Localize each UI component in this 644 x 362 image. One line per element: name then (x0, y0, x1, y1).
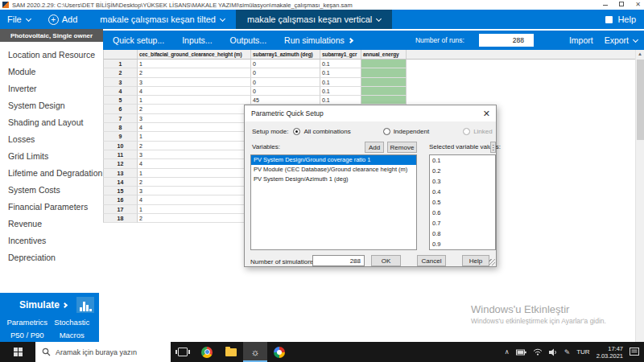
remove-variable-button[interactable]: Remove (387, 142, 417, 153)
help-button[interactable]: Help (462, 255, 489, 266)
table-cell[interactable]: 17 (103, 205, 138, 214)
photos-taskbar-button[interactable] (267, 342, 291, 362)
dialog-title-bar[interactable]: Parametric Quick Setup ✕ (245, 105, 496, 121)
variable-list-item[interactable]: PV System Design/Azimuth 1 (deg) (251, 175, 416, 184)
sidebar-item-system-costs[interactable]: System Costs (0, 182, 103, 199)
sidebar-item-incentives[interactable]: Incentives (0, 232, 103, 249)
table-cell[interactable]: 1 (138, 96, 251, 105)
table-cell[interactable]: 0.1 (320, 68, 361, 77)
minimize-icon[interactable] (603, 0, 608, 10)
table-cell[interactable]: 6 (103, 105, 138, 113)
add-case-button[interactable]: + Add (48, 14, 78, 25)
selected-values-list[interactable]: 0.10.20.30.40.50.60.70.80.9 (429, 154, 496, 250)
table-cell[interactable] (361, 60, 407, 68)
inputs-button[interactable]: Inputs... (182, 35, 212, 45)
table-cell[interactable]: 4 (103, 87, 138, 96)
table-cell[interactable]: 10 (103, 142, 138, 150)
taskbar-search-input[interactable]: Aramak için buraya yazın (35, 342, 171, 362)
sidebar-item-location-and-resource[interactable]: Location and Resource (0, 47, 103, 64)
table-cell[interactable]: 2 (138, 68, 251, 77)
close-icon[interactable]: ✕ (635, 0, 641, 10)
cancel-button[interactable]: Cancel (417, 255, 446, 266)
table-cell[interactable]: 7 (103, 114, 138, 123)
case-tab-tilted[interactable]: makale çalışması keşan tilted (89, 10, 236, 29)
sidebar-item-grid-limits[interactable]: Grid Limits (0, 148, 103, 165)
case-tab-vertical[interactable]: makale çalışması keşan vertical (236, 10, 392, 29)
number-of-simulations-input[interactable]: 288 (312, 255, 365, 266)
value-list-item[interactable]: 0.7 (430, 218, 495, 228)
edit-values-button[interactable]: ⋮ (490, 142, 496, 153)
sidebar-item-financial-parameters[interactable]: Financial Parameters (0, 199, 103, 216)
table-cell[interactable]: 11 (103, 150, 138, 159)
table-cell[interactable]: 3 (138, 187, 251, 195)
sam-taskbar-button[interactable]: ☼ (243, 342, 267, 362)
table-cell[interactable]: 0.1 (320, 60, 361, 68)
table-cell[interactable]: 14 (103, 178, 138, 187)
clock[interactable]: 17:47 2.03.2021 (597, 345, 623, 360)
table-cell[interactable]: 4 (138, 123, 251, 132)
task-view-button[interactable] (171, 342, 195, 362)
table-cell[interactable]: 3 (138, 114, 251, 123)
table-cell[interactable]: 5 (103, 96, 138, 105)
outputs-button[interactable]: Outputs... (230, 35, 267, 45)
table-cell[interactable]: 2 (103, 68, 138, 77)
table-cell[interactable]: 0 (251, 78, 320, 87)
table-cell[interactable]: 2 (138, 105, 251, 113)
number-of-runs-input[interactable]: 288 (479, 34, 534, 47)
export-button[interactable]: Export (605, 35, 638, 45)
sidebar-item-lifetime-and-degradation[interactable]: Lifetime and Degradation (0, 165, 103, 182)
table-cell[interactable]: 16 (103, 195, 138, 204)
add-variable-button[interactable]: Add (365, 142, 384, 153)
table-cell[interactable]: 4 (138, 87, 251, 96)
battery-icon[interactable] (516, 349, 526, 356)
column-header[interactable]: subarray1_azimuth (deg) (251, 50, 320, 60)
table-cell[interactable]: 4 (138, 195, 251, 204)
table-cell[interactable] (361, 78, 407, 87)
table-cell[interactable] (361, 96, 407, 105)
table-cell[interactable]: 1 (103, 60, 138, 68)
action-center-icon[interactable] (630, 348, 639, 356)
table-cell[interactable]: 13 (103, 169, 138, 178)
table-cell[interactable]: 0.1 (320, 78, 361, 87)
volume-icon[interactable] (549, 348, 558, 356)
sidebar-item-revenue[interactable]: Revenue (0, 216, 103, 232)
file-explorer-button[interactable] (219, 342, 243, 362)
resize-grip[interactable] (489, 259, 495, 265)
help-menu[interactable]: Help (605, 14, 636, 24)
sidebar-item-inverter[interactable]: Inverter (0, 80, 103, 97)
table-cell[interactable]: 0.1 (320, 87, 361, 96)
variable-list-item[interactable]: PV Module (CEC Database)/Ground clearanc… (251, 165, 416, 175)
value-list-item[interactable]: 0.9 (430, 239, 495, 249)
radio-independent[interactable] (383, 128, 390, 135)
value-list-item[interactable]: 0.1 (430, 155, 495, 166)
run-simulations-button[interactable]: Run simulations (284, 35, 353, 45)
pen-icon[interactable]: ✎ (564, 348, 571, 356)
radio-all-combinations[interactable] (293, 128, 300, 135)
language-indicator[interactable]: TUR (576, 348, 589, 356)
start-button[interactable] (0, 342, 35, 362)
table-cell[interactable]: 0.1 (320, 96, 361, 105)
table-cell[interactable]: 18 (103, 214, 138, 223)
table-cell[interactable]: 1 (138, 205, 251, 214)
simulate-button[interactable]: Simulate (19, 299, 67, 311)
variable-list-item[interactable]: PV System Design/Ground coverage ratio 1 (251, 155, 416, 165)
variables-list[interactable]: PV System Design/Ground coverage ratio 1… (250, 154, 417, 250)
table-cell[interactable]: 15 (103, 187, 138, 195)
value-list-item[interactable]: 0.5 (430, 197, 495, 208)
sidebar-item-module[interactable]: Module (0, 64, 103, 80)
value-list-item[interactable]: 0.6 (430, 208, 495, 218)
table-cell[interactable]: 1 (138, 132, 251, 141)
macros-button[interactable]: Macros (50, 331, 95, 339)
table-cell[interactable]: 4 (138, 159, 251, 168)
column-header[interactable]: subarray1_gcr (320, 50, 361, 60)
chrome-taskbar-button[interactable] (195, 342, 219, 362)
value-list-item[interactable]: 0.3 (430, 176, 495, 187)
table-cell[interactable]: 2 (138, 214, 251, 223)
table-cell[interactable]: 2 (138, 142, 251, 150)
table-cell[interactable] (361, 68, 407, 77)
scroll-up-icon[interactable]: ▲ (636, 50, 644, 59)
maximize-icon[interactable] (619, 0, 624, 10)
sidebar-item-losses[interactable]: Losses (0, 131, 103, 148)
hidden-icons-button[interactable]: ∧ (505, 348, 510, 356)
column-header[interactable]: cec_bifacial_ground_clearance_height (m) (138, 50, 251, 60)
